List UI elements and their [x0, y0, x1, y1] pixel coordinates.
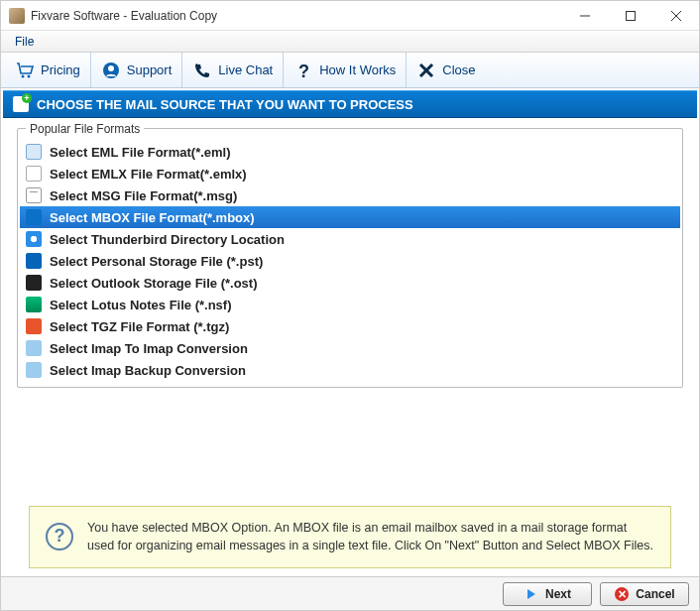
format-item[interactable]: Select Imap To Imap Conversion — [20, 337, 680, 359]
format-item[interactable]: Select MBOX File Format(*.mbox) — [20, 206, 680, 228]
info-panel: ? You have selected MBOX Option. An MBOX… — [29, 506, 671, 569]
nsf-icon — [26, 297, 42, 312]
format-item[interactable]: Select EMLX File Format(*.emlx) — [20, 163, 680, 184]
maximize-button[interactable] — [608, 1, 653, 31]
format-item-label: Select Personal Storage File (*.pst) — [50, 254, 263, 269]
format-item[interactable]: Select EML File Format(*.eml) — [20, 141, 680, 163]
svg-text:?: ? — [298, 61, 309, 80]
toolbar-close-label: Close — [442, 62, 475, 77]
formats-list: Select EML File Format(*.eml)Select EMLX… — [20, 141, 680, 381]
cancel-x-icon: ✕ — [614, 586, 630, 602]
window-controls — [562, 1, 699, 31]
next-arrow-icon — [524, 586, 539, 602]
footer: Next ✕ Cancel — [1, 576, 699, 610]
backup-icon — [26, 362, 42, 378]
format-item[interactable]: Select MSG File Format(*.msg) — [20, 184, 680, 206]
section-header-text: CHOOSE THE MAIL SOURCE THAT YOU WANT TO … — [37, 97, 413, 112]
toolbar-pricing-label: Pricing — [41, 62, 80, 77]
document-add-icon — [13, 96, 29, 112]
next-button[interactable]: Next — [503, 582, 592, 606]
cancel-button[interactable]: ✕ Cancel — [600, 582, 689, 606]
imap-icon — [26, 340, 42, 356]
toolbar-support[interactable]: Support — [91, 53, 183, 87]
next-button-label: Next — [545, 587, 571, 601]
format-item[interactable]: Select TGZ File Format (*.tgz) — [20, 315, 680, 337]
format-item[interactable]: Select Thunderbird Directory Location — [20, 228, 680, 250]
cancel-button-label: Cancel — [636, 587, 674, 601]
close-window-button[interactable] — [653, 1, 699, 31]
info-text: You have selected MBOX Option. An MBOX f… — [87, 519, 654, 556]
msg-icon — [26, 187, 42, 203]
minimize-button[interactable] — [562, 1, 608, 31]
toolbar: Pricing Support Live Chat ? How It Works… — [1, 53, 699, 88]
tgz-icon — [26, 318, 42, 334]
fieldset-legend: Popular File Formats — [26, 122, 144, 136]
toolbar-close[interactable]: Close — [407, 53, 485, 87]
format-item-label: Select TGZ File Format (*.tgz) — [50, 319, 229, 334]
headset-icon — [101, 61, 121, 80]
toolbar-howitworks-label: How It Works — [319, 62, 396, 77]
info-icon: ? — [46, 523, 73, 550]
format-item-label: Select Thunderbird Directory Location — [50, 232, 285, 247]
format-item[interactable]: Select Imap Backup Conversion — [20, 359, 680, 381]
eml-icon — [26, 144, 42, 160]
ost-icon — [26, 275, 42, 291]
svg-point-7 — [108, 65, 114, 71]
titlebar: Fixvare Software - Evaluation Copy — [1, 1, 699, 31]
toolbar-livechat[interactable]: Live Chat — [182, 53, 284, 87]
phone-icon — [192, 61, 212, 80]
formats-fieldset: Popular File Formats Select EML File For… — [17, 128, 683, 388]
format-item-label: Select EML File Format(*.eml) — [50, 145, 231, 160]
format-item[interactable]: Select Lotus Notes File (*.nsf) — [20, 294, 680, 315]
svg-point-5 — [28, 74, 31, 77]
format-item-label: Select Lotus Notes File (*.nsf) — [50, 298, 231, 312]
format-item[interactable]: Select Personal Storage File (*.pst) — [20, 250, 680, 272]
format-item-label: Select EMLX File Format(*.emlx) — [50, 167, 247, 182]
question-icon: ? — [293, 61, 313, 80]
content-area: Popular File Formats Select EML File For… — [1, 120, 699, 490]
format-item[interactable]: Select Outlook Storage File (*.ost) — [20, 272, 680, 294]
format-item-label: Select Outlook Storage File (*.ost) — [50, 276, 257, 291]
cart-icon — [15, 61, 35, 80]
window-title: Fixvare Software - Evaluation Copy — [31, 9, 562, 23]
format-item-label: Select Imap To Imap Conversion — [50, 341, 248, 356]
format-item-label: Select MBOX File Format(*.mbox) — [50, 210, 255, 225]
pst-icon — [26, 253, 42, 269]
menubar: File — [1, 31, 699, 53]
format-item-label: Select Imap Backup Conversion — [50, 363, 246, 378]
menu-file[interactable]: File — [7, 33, 42, 51]
toolbar-pricing[interactable]: Pricing — [5, 53, 91, 87]
close-icon — [416, 61, 436, 80]
thunder-icon — [26, 231, 42, 247]
toolbar-support-label: Support — [127, 62, 173, 77]
section-header: CHOOSE THE MAIL SOURCE THAT YOU WANT TO … — [3, 90, 697, 118]
mbox-icon — [26, 209, 42, 225]
format-item-label: Select MSG File Format(*.msg) — [50, 188, 237, 203]
emlx-icon — [26, 166, 42, 182]
svg-rect-1 — [627, 11, 636, 20]
svg-point-4 — [22, 74, 25, 77]
app-icon — [9, 8, 25, 24]
toolbar-howitworks[interactable]: ? How It Works — [284, 53, 407, 87]
toolbar-livechat-label: Live Chat — [218, 62, 273, 77]
